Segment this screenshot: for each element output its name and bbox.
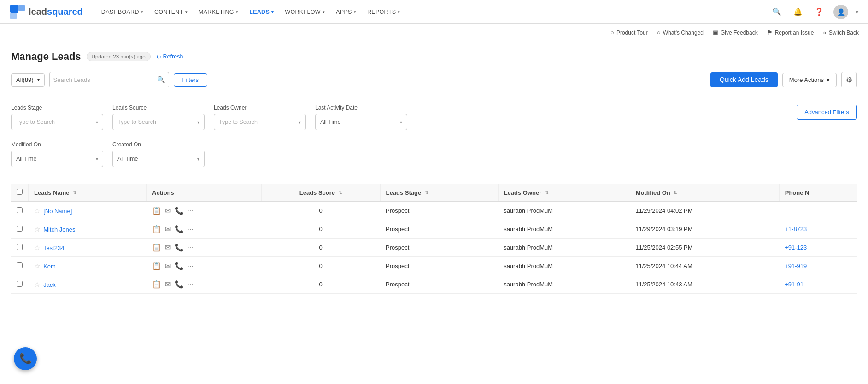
svg-rect-0 — [10, 5, 18, 13]
send-email-icon[interactable]: ✉ — [165, 280, 171, 289]
add-activity-icon[interactable]: 📋 — [152, 225, 161, 233]
lead-name-link[interactable]: Mitch Jones — [43, 226, 75, 233]
user-avatar[interactable]: 👤 — [833, 5, 848, 19]
sort-icon[interactable]: ⇅ — [73, 191, 76, 195]
filter-last-activity: Last Activity Date All Time ▾ — [315, 105, 407, 130]
row-stage-cell: Prospect — [380, 257, 498, 275]
row-checkbox[interactable] — [17, 207, 23, 213]
filter-leads-owner: Leads Owner Type to Search ▾ — [214, 105, 306, 130]
add-activity-icon[interactable]: 📋 — [152, 243, 161, 252]
sub-nav-give-feedback[interactable]: ▣ Give Feedback — [713, 29, 758, 36]
lead-name-link[interactable]: Jack — [43, 281, 56, 288]
row-actions-cell: 📋 ✉ 📞 ··· — [147, 220, 262, 239]
nav-workflow[interactable]: WORKFLOW ▾ — [280, 6, 329, 18]
lead-name-link[interactable]: Test234 — [43, 244, 65, 251]
sub-nav-report-issue[interactable]: ⚑ Report an Issue — [767, 29, 814, 36]
table-col-stage: Leads Stage ⇅ — [380, 184, 498, 201]
leads-source-dropdown[interactable]: Type to Search ▾ — [112, 114, 205, 130]
nav-marketing[interactable]: MARKETING ▾ — [194, 6, 243, 18]
filters-button[interactable]: Filters — [174, 73, 207, 87]
sort-icon[interactable]: ⇅ — [674, 191, 677, 195]
sort-icon[interactable]: ⇅ — [339, 191, 342, 195]
row-owner-cell: saurabh ProdMuM — [498, 257, 630, 275]
chevron-down-icon: ▾ — [398, 10, 400, 14]
nav-dashboard[interactable]: DASHBOARD ▾ — [97, 6, 148, 18]
leads-owner-dropdown[interactable]: Type to Search ▾ — [214, 114, 306, 130]
call-icon[interactable]: 📞 — [175, 225, 184, 233]
call-icon[interactable]: 📞 — [175, 243, 184, 252]
call-icon[interactable]: 📞 — [175, 206, 184, 215]
table-col-phone: Phone N — [779, 184, 857, 201]
star-icon[interactable]: ☆ — [34, 262, 40, 270]
more-icon[interactable]: ··· — [188, 207, 194, 215]
phone-link[interactable]: +91-91 — [785, 281, 803, 288]
star-icon[interactable]: ☆ — [34, 207, 40, 215]
star-icon[interactable]: ☆ — [34, 225, 40, 233]
refresh-button[interactable]: ↻ Refresh — [156, 53, 183, 60]
nav-content[interactable]: CONTENT ▾ — [150, 6, 192, 18]
chevron-down-icon: ▾ — [197, 120, 199, 125]
nav-apps[interactable]: APPS ▾ — [331, 6, 361, 18]
quick-add-leads-button[interactable]: Quick Add Leads — [710, 72, 778, 87]
row-modified-cell: 11/25/2024 02:55 PM — [630, 239, 779, 257]
help-button[interactable]: ❓ — [812, 5, 826, 19]
send-email-icon[interactable]: ✉ — [165, 243, 171, 252]
created-on-dropdown[interactable]: All Time ▾ — [112, 151, 205, 167]
more-icon[interactable]: ··· — [188, 262, 194, 270]
row-checkbox-cell — [11, 257, 29, 275]
row-owner-cell: saurabh ProdMuM — [498, 275, 630, 294]
row-checkbox[interactable] — [17, 244, 23, 250]
add-activity-icon[interactable]: 📋 — [152, 280, 161, 289]
table-row: ☆ Kem 📋 ✉ 📞 ··· 0 Prospect saurabh ProdM… — [11, 257, 857, 275]
search-button[interactable]: 🔍 — [770, 5, 784, 19]
star-icon[interactable]: ☆ — [34, 244, 40, 251]
row-checkbox[interactable] — [17, 281, 23, 287]
select-all-checkbox[interactable] — [17, 189, 23, 195]
logo[interactable]: leadsquared — [9, 4, 83, 20]
add-activity-icon[interactable]: 📋 — [152, 206, 161, 215]
more-icon[interactable]: ··· — [188, 225, 194, 233]
settings-icon: ⚙ — [846, 76, 852, 84]
sort-icon[interactable]: ⇅ — [425, 191, 428, 195]
call-icon[interactable]: 📞 — [175, 262, 184, 270]
modified-on-dropdown[interactable]: All Time ▾ — [11, 151, 103, 167]
more-actions-button[interactable]: More Actions ▾ — [782, 73, 837, 87]
row-checkbox-cell — [11, 201, 29, 220]
leads-stage-dropdown[interactable]: Type to Search ▾ — [11, 114, 103, 130]
notifications-button[interactable]: 🔔 — [791, 5, 805, 19]
fab-call-button[interactable]: 📞 — [14, 347, 37, 370]
row-checkbox[interactable] — [17, 226, 23, 232]
more-icon[interactable]: ··· — [188, 280, 194, 289]
whats-changed-icon: ○ — [657, 29, 661, 36]
table-col-actions: Actions — [147, 184, 262, 201]
call-icon[interactable]: 📞 — [175, 280, 184, 289]
sub-nav-whats-changed[interactable]: ○ What's Changed — [657, 29, 704, 36]
search-leads-button[interactable]: 🔍 — [157, 76, 165, 83]
row-modified-cell: 11/25/2024 10:44 AM — [630, 257, 779, 275]
send-email-icon[interactable]: ✉ — [165, 262, 171, 270]
advanced-filters-button[interactable]: Advanced Filters — [797, 105, 857, 120]
nav-reports[interactable]: REPORTS ▾ — [363, 6, 405, 18]
lead-name-link[interactable]: Kem — [43, 263, 56, 270]
phone-link[interactable]: +1-8723 — [785, 226, 807, 233]
row-checkbox[interactable] — [17, 262, 23, 268]
sort-icon[interactable]: ⇅ — [545, 191, 549, 195]
last-activity-dropdown[interactable]: All Time ▾ — [315, 114, 407, 130]
sub-nav-product-tour[interactable]: ○ Product Tour — [610, 29, 648, 36]
table-row: ☆ Mitch Jones 📋 ✉ 📞 ··· 0 Prospect saura… — [11, 220, 857, 239]
nav-leads[interactable]: LEADS ▾ — [245, 6, 278, 18]
more-icon[interactable]: ··· — [188, 244, 194, 252]
row-phone-cell: +91-91 — [779, 275, 857, 294]
phone-link[interactable]: +91-919 — [785, 262, 807, 269]
add-activity-icon[interactable]: 📋 — [152, 262, 161, 270]
all-leads-dropdown[interactable]: All(89) ▾ — [11, 73, 45, 87]
search-leads-input[interactable] — [53, 76, 157, 83]
sub-nav-switch-back[interactable]: « Switch Back — [823, 29, 859, 36]
send-email-icon[interactable]: ✉ — [165, 206, 171, 215]
star-icon[interactable]: ☆ — [34, 280, 40, 288]
send-email-icon[interactable]: ✉ — [165, 225, 171, 233]
leads-table: Leads Name ⇅ Actions Leads Score ⇅ Leads… — [11, 184, 857, 294]
settings-button[interactable]: ⚙ — [841, 72, 857, 87]
phone-link[interactable]: +91-123 — [785, 244, 807, 251]
lead-name-link[interactable]: [No Name] — [43, 208, 72, 215]
